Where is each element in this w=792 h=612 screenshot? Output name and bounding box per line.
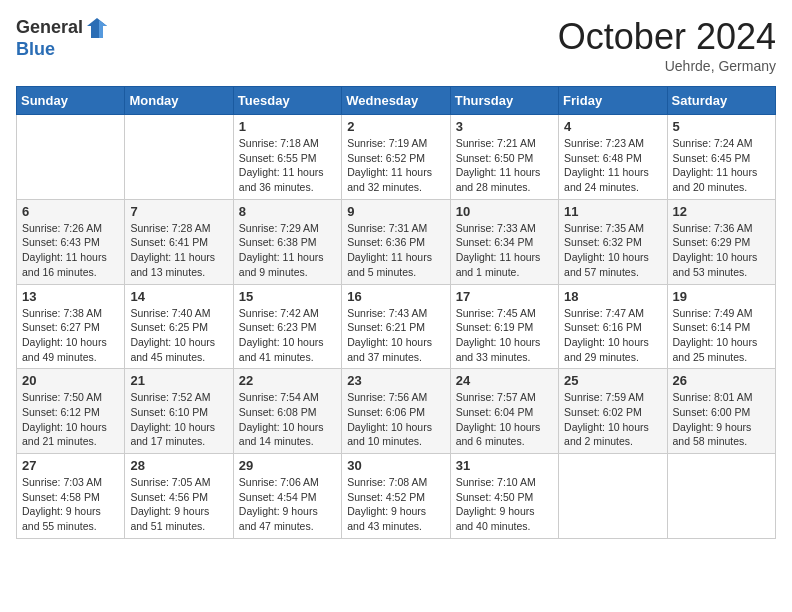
day-number: 2 (347, 119, 444, 134)
day-info: Sunrise: 7:33 AMSunset: 6:34 PMDaylight:… (456, 221, 553, 280)
calendar-cell: 26Sunrise: 8:01 AMSunset: 6:00 PMDayligh… (667, 369, 775, 454)
day-number: 29 (239, 458, 336, 473)
day-number: 1 (239, 119, 336, 134)
day-info: Sunrise: 7:23 AMSunset: 6:48 PMDaylight:… (564, 136, 661, 195)
calendar-cell: 19Sunrise: 7:49 AMSunset: 6:14 PMDayligh… (667, 284, 775, 369)
calendar-cell: 5Sunrise: 7:24 AMSunset: 6:45 PMDaylight… (667, 115, 775, 200)
calendar-cell: 17Sunrise: 7:45 AMSunset: 6:19 PMDayligh… (450, 284, 558, 369)
calendar-cell: 1Sunrise: 7:18 AMSunset: 6:55 PMDaylight… (233, 115, 341, 200)
day-info: Sunrise: 7:29 AMSunset: 6:38 PMDaylight:… (239, 221, 336, 280)
day-info: Sunrise: 7:08 AMSunset: 4:52 PMDaylight:… (347, 475, 444, 534)
day-number: 15 (239, 289, 336, 304)
day-number: 18 (564, 289, 661, 304)
day-number: 7 (130, 204, 227, 219)
logo-icon (85, 16, 109, 40)
day-info: Sunrise: 7:40 AMSunset: 6:25 PMDaylight:… (130, 306, 227, 365)
day-info: Sunrise: 7:05 AMSunset: 4:56 PMDaylight:… (130, 475, 227, 534)
day-info: Sunrise: 7:06 AMSunset: 4:54 PMDaylight:… (239, 475, 336, 534)
calendar-cell: 20Sunrise: 7:50 AMSunset: 6:12 PMDayligh… (17, 369, 125, 454)
svg-marker-1 (99, 20, 107, 38)
calendar-cell: 22Sunrise: 7:54 AMSunset: 6:08 PMDayligh… (233, 369, 341, 454)
day-info: Sunrise: 7:26 AMSunset: 6:43 PMDaylight:… (22, 221, 119, 280)
calendar-cell (559, 454, 667, 539)
day-number: 13 (22, 289, 119, 304)
logo: General Blue (16, 16, 109, 60)
calendar-cell: 12Sunrise: 7:36 AMSunset: 6:29 PMDayligh… (667, 199, 775, 284)
day-number: 16 (347, 289, 444, 304)
day-info: Sunrise: 8:01 AMSunset: 6:00 PMDaylight:… (673, 390, 770, 449)
day-number: 4 (564, 119, 661, 134)
day-info: Sunrise: 7:38 AMSunset: 6:27 PMDaylight:… (22, 306, 119, 365)
day-number: 22 (239, 373, 336, 388)
day-info: Sunrise: 7:50 AMSunset: 6:12 PMDaylight:… (22, 390, 119, 449)
day-info: Sunrise: 7:18 AMSunset: 6:55 PMDaylight:… (239, 136, 336, 195)
day-info: Sunrise: 7:28 AMSunset: 6:41 PMDaylight:… (130, 221, 227, 280)
day-number: 6 (22, 204, 119, 219)
calendar-cell: 28Sunrise: 7:05 AMSunset: 4:56 PMDayligh… (125, 454, 233, 539)
calendar-cell: 2Sunrise: 7:19 AMSunset: 6:52 PMDaylight… (342, 115, 450, 200)
day-info: Sunrise: 7:03 AMSunset: 4:58 PMDaylight:… (22, 475, 119, 534)
day-number: 26 (673, 373, 770, 388)
title-area: October 2024 Uehrde, Germany (558, 16, 776, 74)
day-info: Sunrise: 7:54 AMSunset: 6:08 PMDaylight:… (239, 390, 336, 449)
calendar-cell: 10Sunrise: 7:33 AMSunset: 6:34 PMDayligh… (450, 199, 558, 284)
location: Uehrde, Germany (558, 58, 776, 74)
column-header-thursday: Thursday (450, 87, 558, 115)
logo-blue-text: Blue (16, 40, 109, 60)
month-title: October 2024 (558, 16, 776, 58)
calendar-cell: 25Sunrise: 7:59 AMSunset: 6:02 PMDayligh… (559, 369, 667, 454)
calendar-cell: 9Sunrise: 7:31 AMSunset: 6:36 PMDaylight… (342, 199, 450, 284)
day-info: Sunrise: 7:31 AMSunset: 6:36 PMDaylight:… (347, 221, 444, 280)
day-number: 11 (564, 204, 661, 219)
day-info: Sunrise: 7:21 AMSunset: 6:50 PMDaylight:… (456, 136, 553, 195)
day-number: 5 (673, 119, 770, 134)
day-info: Sunrise: 7:10 AMSunset: 4:50 PMDaylight:… (456, 475, 553, 534)
day-info: Sunrise: 7:47 AMSunset: 6:16 PMDaylight:… (564, 306, 661, 365)
day-number: 28 (130, 458, 227, 473)
calendar-cell: 4Sunrise: 7:23 AMSunset: 6:48 PMDaylight… (559, 115, 667, 200)
calendar-cell: 14Sunrise: 7:40 AMSunset: 6:25 PMDayligh… (125, 284, 233, 369)
day-info: Sunrise: 7:49 AMSunset: 6:14 PMDaylight:… (673, 306, 770, 365)
day-number: 23 (347, 373, 444, 388)
day-number: 19 (673, 289, 770, 304)
column-header-tuesday: Tuesday (233, 87, 341, 115)
calendar-cell: 6Sunrise: 7:26 AMSunset: 6:43 PMDaylight… (17, 199, 125, 284)
calendar-cell: 15Sunrise: 7:42 AMSunset: 6:23 PMDayligh… (233, 284, 341, 369)
day-number: 27 (22, 458, 119, 473)
calendar-cell: 23Sunrise: 7:56 AMSunset: 6:06 PMDayligh… (342, 369, 450, 454)
day-info: Sunrise: 7:42 AMSunset: 6:23 PMDaylight:… (239, 306, 336, 365)
calendar-cell: 24Sunrise: 7:57 AMSunset: 6:04 PMDayligh… (450, 369, 558, 454)
day-number: 3 (456, 119, 553, 134)
logo-general-text: General (16, 18, 83, 38)
day-info: Sunrise: 7:52 AMSunset: 6:10 PMDaylight:… (130, 390, 227, 449)
column-header-monday: Monday (125, 87, 233, 115)
svg-marker-0 (87, 18, 107, 38)
calendar-cell: 11Sunrise: 7:35 AMSunset: 6:32 PMDayligh… (559, 199, 667, 284)
day-number: 20 (22, 373, 119, 388)
calendar-cell: 18Sunrise: 7:47 AMSunset: 6:16 PMDayligh… (559, 284, 667, 369)
calendar-cell: 7Sunrise: 7:28 AMSunset: 6:41 PMDaylight… (125, 199, 233, 284)
day-info: Sunrise: 7:36 AMSunset: 6:29 PMDaylight:… (673, 221, 770, 280)
day-info: Sunrise: 7:56 AMSunset: 6:06 PMDaylight:… (347, 390, 444, 449)
day-info: Sunrise: 7:35 AMSunset: 6:32 PMDaylight:… (564, 221, 661, 280)
day-info: Sunrise: 7:19 AMSunset: 6:52 PMDaylight:… (347, 136, 444, 195)
day-number: 30 (347, 458, 444, 473)
day-number: 24 (456, 373, 553, 388)
column-header-saturday: Saturday (667, 87, 775, 115)
day-info: Sunrise: 7:24 AMSunset: 6:45 PMDaylight:… (673, 136, 770, 195)
column-header-sunday: Sunday (17, 87, 125, 115)
calendar-cell: 13Sunrise: 7:38 AMSunset: 6:27 PMDayligh… (17, 284, 125, 369)
day-number: 14 (130, 289, 227, 304)
calendar-cell: 8Sunrise: 7:29 AMSunset: 6:38 PMDaylight… (233, 199, 341, 284)
day-number: 25 (564, 373, 661, 388)
column-header-friday: Friday (559, 87, 667, 115)
day-info: Sunrise: 7:57 AMSunset: 6:04 PMDaylight:… (456, 390, 553, 449)
calendar-cell (667, 454, 775, 539)
day-number: 12 (673, 204, 770, 219)
day-info: Sunrise: 7:45 AMSunset: 6:19 PMDaylight:… (456, 306, 553, 365)
day-number: 8 (239, 204, 336, 219)
column-header-wednesday: Wednesday (342, 87, 450, 115)
calendar-cell: 3Sunrise: 7:21 AMSunset: 6:50 PMDaylight… (450, 115, 558, 200)
day-info: Sunrise: 7:43 AMSunset: 6:21 PMDaylight:… (347, 306, 444, 365)
calendar-cell: 30Sunrise: 7:08 AMSunset: 4:52 PMDayligh… (342, 454, 450, 539)
